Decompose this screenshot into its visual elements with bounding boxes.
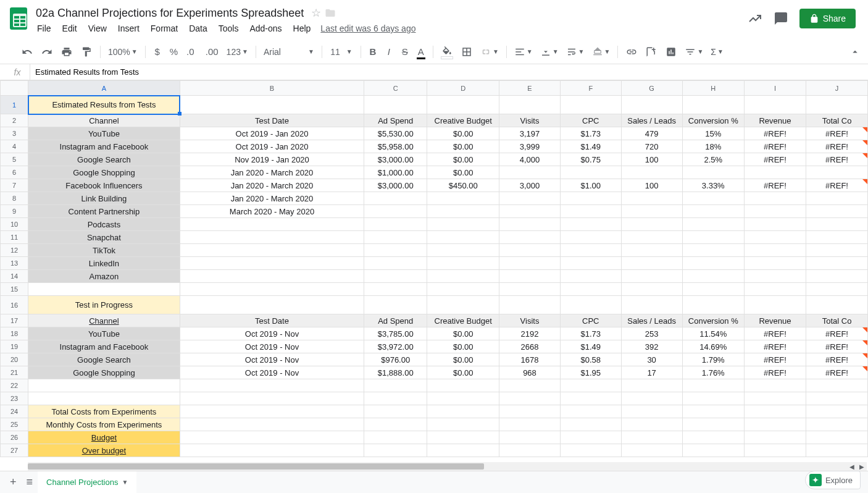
cell-C9[interactable]	[364, 205, 427, 218]
cell-J26[interactable]	[806, 431, 868, 444]
cell-C10[interactable]	[364, 218, 427, 231]
cell-E6[interactable]	[499, 166, 561, 179]
row-header-27[interactable]: 27	[1, 444, 28, 457]
cell-A12[interactable]: TikTok	[28, 244, 180, 257]
cell-G26[interactable]	[621, 431, 682, 444]
cell-F4[interactable]: $1.49	[560, 140, 621, 153]
cell-A19[interactable]: Instagram and Facebook	[28, 340, 180, 353]
cell-C23[interactable]	[364, 392, 427, 405]
cell-G12[interactable]	[621, 244, 682, 257]
cell-A5[interactable]: Google Search	[28, 153, 180, 166]
comment-button[interactable]	[643, 44, 660, 59]
font-select[interactable]: Arial▼	[261, 46, 317, 58]
cell-C15[interactable]	[364, 283, 427, 296]
cell-G19[interactable]: 392	[621, 340, 682, 353]
rotate-button[interactable]: ▼	[590, 45, 613, 59]
cell-F19[interactable]: $1.49	[560, 340, 621, 353]
cell-E21[interactable]: 968	[499, 366, 561, 379]
cell-J12[interactable]	[806, 244, 868, 257]
cell-H11[interactable]	[682, 231, 744, 244]
cell-I7[interactable]: #REF!	[744, 179, 806, 192]
cell-I21[interactable]: #REF!	[744, 366, 806, 379]
cell-I16[interactable]	[744, 296, 806, 314]
cell-J21[interactable]: #REF!	[806, 366, 868, 379]
cell-F24[interactable]	[560, 405, 621, 418]
cell-H27[interactable]	[682, 444, 744, 457]
cell-A9[interactable]: Content Partnership	[28, 205, 180, 218]
cell-E11[interactable]	[499, 231, 561, 244]
cell-D27[interactable]	[427, 444, 499, 457]
cell-G8[interactable]	[621, 192, 682, 205]
cell-B22[interactable]	[180, 379, 364, 392]
cell-E5[interactable]: 4,000	[499, 153, 561, 166]
row-header-9[interactable]: 9	[1, 205, 28, 218]
cell-B10[interactable]	[180, 218, 364, 231]
valign-button[interactable]: ▼	[538, 45, 561, 59]
cell-F1[interactable]	[560, 96, 621, 114]
menu-insert[interactable]: Insert	[113, 21, 144, 36]
cell-G9[interactable]	[621, 205, 682, 218]
cell-D19[interactable]: $0.00	[427, 340, 499, 353]
cell-D10[interactable]	[427, 218, 499, 231]
cell-F16[interactable]	[560, 296, 621, 314]
fill-color-button[interactable]	[438, 44, 456, 59]
cell-D25[interactable]	[427, 418, 499, 431]
cell-I9[interactable]	[744, 205, 806, 218]
cell-J17[interactable]: Total Co	[806, 314, 868, 327]
doc-title[interactable]: 02a Channel Projections for Experiments …	[32, 6, 307, 21]
chart-button[interactable]	[662, 44, 680, 59]
cell-C7[interactable]: $3,000.00	[364, 179, 427, 192]
cell-I20[interactable]: #REF!	[744, 353, 806, 366]
cell-I1[interactable]	[744, 96, 806, 114]
currency-button[interactable]: $	[151, 44, 164, 59]
cell-D14[interactable]	[427, 270, 499, 283]
cell-B5[interactable]: Nov 2019 - Jan 2020	[180, 153, 364, 166]
cell-B21[interactable]: Oct 2019 - Nov	[180, 366, 364, 379]
cell-D18[interactable]: $0.00	[427, 327, 499, 340]
cell-H10[interactable]	[682, 218, 744, 231]
cell-I13[interactable]	[744, 257, 806, 270]
cell-F26[interactable]	[560, 431, 621, 444]
cell-H9[interactable]	[682, 205, 744, 218]
cell-C14[interactable]	[364, 270, 427, 283]
cell-E26[interactable]	[499, 431, 561, 444]
cell-J8[interactable]	[806, 192, 868, 205]
cell-I12[interactable]	[744, 244, 806, 257]
cell-G15[interactable]	[621, 283, 682, 296]
cell-B8[interactable]: Jan 2020 - March 2020	[180, 192, 364, 205]
cell-A13[interactable]: LinkedIn	[28, 257, 180, 270]
cell-G27[interactable]	[621, 444, 682, 457]
cell-E19[interactable]: 2668	[499, 340, 561, 353]
cell-B7[interactable]: Jan 2020 - March 2020	[180, 179, 364, 192]
row-header-23[interactable]: 23	[1, 392, 28, 405]
cell-B20[interactable]: Oct 2019 - Nov	[180, 353, 364, 366]
cell-C19[interactable]: $3,972.00	[364, 340, 427, 353]
all-sheets-button[interactable]: ≡	[22, 472, 38, 492]
app-logo[interactable]	[5, 5, 32, 30]
cell-F23[interactable]	[560, 392, 621, 405]
cell-G22[interactable]	[621, 379, 682, 392]
cell-D6[interactable]: $0.00	[427, 166, 499, 179]
cell-A10[interactable]: Podcasts	[28, 218, 180, 231]
cell-C27[interactable]	[364, 444, 427, 457]
row-header-3[interactable]: 3	[1, 127, 28, 140]
undo-button[interactable]	[19, 44, 36, 59]
cell-E9[interactable]	[499, 205, 561, 218]
cell-C5[interactable]: $3,000.00	[364, 153, 427, 166]
cell-I8[interactable]	[744, 192, 806, 205]
cell-H13[interactable]	[682, 257, 744, 270]
cell-H12[interactable]	[682, 244, 744, 257]
cell-A6[interactable]: Google Shopping	[28, 166, 180, 179]
cell-H19[interactable]: 14.69%	[682, 340, 744, 353]
star-icon[interactable]: ☆	[311, 6, 321, 20]
cell-B14[interactable]	[180, 270, 364, 283]
cell-B25[interactable]	[180, 418, 364, 431]
cell-E17[interactable]: Visits	[499, 314, 561, 327]
cell-B9[interactable]: March 2020 - May 2020	[180, 205, 364, 218]
cell-D5[interactable]: $0.00	[427, 153, 499, 166]
cell-A18[interactable]: YouTube	[28, 327, 180, 340]
cell-F17[interactable]: CPC	[560, 314, 621, 327]
cell-C1[interactable]	[364, 96, 427, 114]
row-header-4[interactable]: 4	[1, 140, 28, 153]
cell-F14[interactable]	[560, 270, 621, 283]
